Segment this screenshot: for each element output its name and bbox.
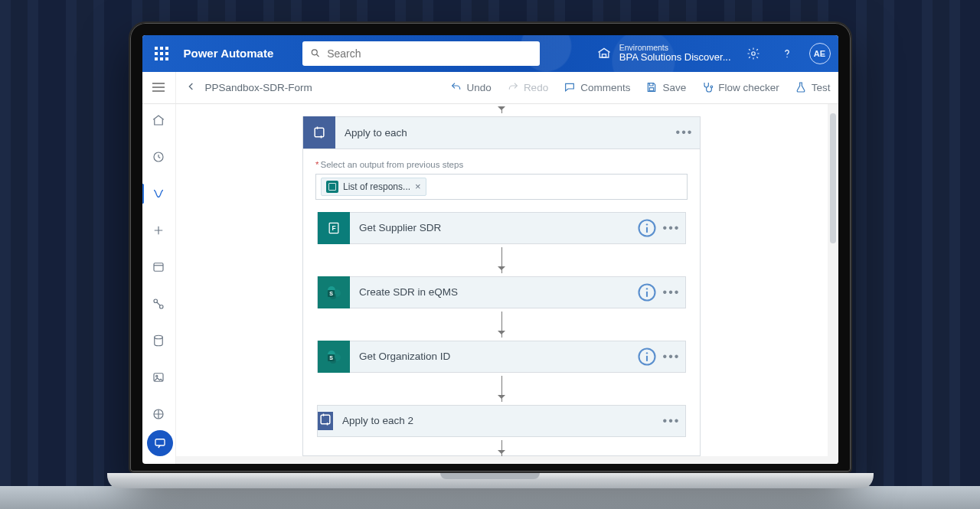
action-title: Get Supplier SDR: [359, 222, 636, 233]
template-icon: [152, 260, 165, 274]
flow-icon: [152, 187, 165, 201]
connector-icon: [152, 297, 165, 311]
app-title: Power Automate: [184, 47, 274, 60]
forms-icon-box: F: [318, 212, 350, 244]
svg-rect-15: [155, 439, 165, 445]
apply-to-each-body: *Select an output from previous steps Li…: [303, 149, 700, 455]
action-menu[interactable]: •••: [658, 221, 685, 235]
save-button[interactable]: Save: [645, 81, 686, 93]
nav-approvals[interactable]: [142, 145, 176, 168]
nav-create[interactable]: [142, 219, 176, 242]
sharepoint-icon-box: S: [318, 341, 350, 373]
loop-icon-box: [318, 412, 333, 430]
sharepoint-icon-box: S: [318, 276, 350, 308]
desk-surface: [0, 486, 980, 509]
left-nav: Ask a chatbot: [142, 104, 176, 464]
nav-my-flows[interactable]: [142, 182, 176, 205]
test-button[interactable]: Test: [795, 81, 831, 93]
redo-icon: [507, 81, 519, 93]
loop-icon-box: [303, 116, 335, 148]
action-menu[interactable]: •••: [658, 350, 685, 364]
chatbot-button[interactable]: [147, 430, 173, 456]
svg-point-27: [646, 288, 648, 289]
back-button[interactable]: [185, 80, 198, 95]
nav-data[interactable]: [142, 329, 176, 352]
apply-to-each-card[interactable]: Apply to each ••• *Select an output from…: [302, 116, 701, 456]
global-search[interactable]: [302, 41, 540, 66]
svg-point-11: [155, 335, 163, 339]
designer-canvas[interactable]: Apply to each ••• *Select an output from…: [176, 104, 828, 456]
avatar-initials: AE: [814, 49, 825, 58]
account-avatar[interactable]: AE: [809, 43, 831, 64]
svg-text:S: S: [329, 355, 333, 361]
svg-rect-16: [315, 128, 324, 137]
apply-to-each-menu[interactable]: •••: [669, 126, 700, 139]
environment-picker[interactable]: Environments BPA Solutions Discover...: [596, 43, 731, 64]
action-get-org-id[interactable]: S Get Organization ID •••: [317, 341, 686, 373]
settings-button[interactable]: [742, 47, 765, 60]
action-help[interactable]: [636, 217, 658, 239]
nav-ai-builder[interactable]: [142, 403, 176, 426]
apply-to-each-2-card[interactable]: Apply to each 2 •••: [317, 405, 686, 437]
nav-collapse-button[interactable]: [152, 83, 165, 92]
connector-arrow: [501, 376, 502, 402]
svg-point-13: [156, 375, 158, 377]
action-create-sdr-eqms[interactable]: S Create SDR in eQMS •••: [317, 276, 686, 308]
svg-text:S: S: [329, 291, 333, 296]
app-launcher-button[interactable]: [150, 47, 173, 60]
svg-rect-2: [602, 54, 606, 57]
svg-point-0: [312, 50, 318, 55]
environment-text: Environments BPA Solutions Discover...: [619, 43, 731, 64]
test-label: Test: [812, 82, 831, 93]
apply-to-each-2-title: Apply to each 2: [342, 415, 658, 426]
apply-to-each-header[interactable]: Apply to each •••: [303, 117, 700, 149]
action-help[interactable]: [636, 282, 658, 303]
svg-point-4: [786, 56, 788, 57]
nav-templates[interactable]: [142, 256, 176, 279]
nav-monitor[interactable]: [142, 366, 176, 389]
action-menu[interactable]: •••: [658, 285, 685, 299]
apply-to-each-2-menu[interactable]: •••: [658, 414, 685, 428]
action-get-supplier-sdr[interactable]: F Get Supplier SDR •••: [317, 212, 686, 244]
plus-icon: [152, 224, 165, 237]
svg-point-6: [710, 86, 713, 88]
info-icon: [636, 217, 658, 239]
nav-collapse-cell: [142, 72, 176, 103]
undo-button[interactable]: Undo: [450, 81, 492, 93]
undo-label: Undo: [467, 82, 492, 93]
horizontal-scrollbar[interactable]: [176, 456, 828, 464]
svg-point-3: [751, 51, 755, 55]
redo-button: Redo: [507, 81, 548, 93]
flow-checker-button[interactable]: Flow checker: [701, 81, 779, 93]
chat-icon: [153, 436, 167, 450]
info-icon: [636, 282, 658, 303]
nav-connectors[interactable]: [142, 292, 176, 315]
flow-checker-label: Flow checker: [718, 82, 779, 93]
search-icon: [310, 47, 321, 59]
ate-input-label: *Select an output from previous steps: [315, 160, 688, 169]
home-icon: [152, 113, 165, 127]
search-input[interactable]: [327, 47, 532, 60]
sharepoint-icon: S: [325, 347, 343, 366]
connector-arrow: [501, 312, 502, 338]
laptop-frame: Power Automate Environments BPA Solution…: [129, 21, 852, 488]
ate-output-input[interactable]: List of respons... ×: [315, 174, 688, 200]
dynamic-content-token[interactable]: List of respons... ×: [321, 178, 426, 196]
comments-button[interactable]: Comments: [564, 81, 630, 93]
environment-label: Environments: [619, 43, 731, 52]
connector-arrow: [501, 440, 502, 456]
action-help[interactable]: [636, 346, 658, 367]
svg-rect-35: [321, 415, 330, 424]
save-label: Save: [662, 82, 686, 93]
nav-home[interactable]: [142, 109, 176, 132]
database-icon: [152, 334, 165, 347]
token-remove[interactable]: ×: [415, 181, 421, 191]
command-bar: PPSandbox-SDR-Form Undo Redo: [142, 72, 838, 104]
designer-canvas-wrap: Apply to each ••• *Select an output from…: [176, 104, 838, 464]
main-area: Ask a chatbot: [142, 104, 838, 464]
svg-line-1: [317, 54, 319, 57]
help-button[interactable]: [776, 47, 799, 60]
environment-value: BPA Solutions Discover...: [619, 52, 731, 64]
vertical-scrollbar[interactable]: [828, 104, 838, 464]
apply-to-each-title: Apply to each: [345, 127, 669, 139]
